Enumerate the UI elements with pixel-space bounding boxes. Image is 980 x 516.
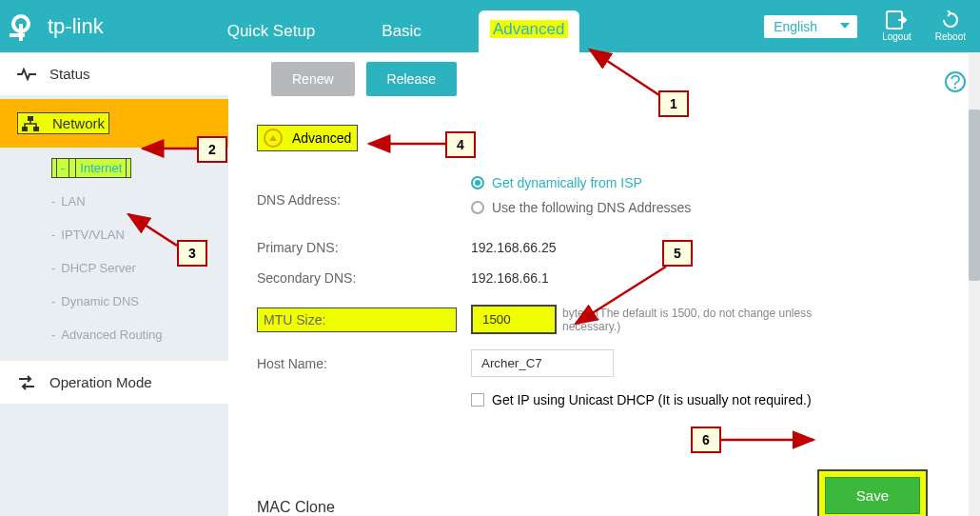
sidebar-item-routing[interactable]: -Advanced Routing <box>0 318 228 351</box>
svg-rect-5 <box>22 127 28 131</box>
svg-rect-2 <box>10 33 25 37</box>
mtu-label: MTU Size: <box>257 308 457 332</box>
primary-dns-label: Primary DNS: <box>257 240 471 255</box>
sidebar-item-ddns[interactable]: -Dynamic DNS <box>0 285 228 318</box>
dns-option-isp[interactable]: Get dynamically from ISP <box>471 175 691 190</box>
annotation-1: 1 <box>658 90 689 117</box>
help-icon[interactable]: ? <box>945 71 966 92</box>
header: tp-link Quick Setup Basic Advanced Engli… <box>0 0 980 52</box>
svg-rect-1 <box>19 24 23 41</box>
renew-button[interactable]: Renew <box>271 62 355 96</box>
logo: tp-link <box>10 10 104 43</box>
svg-rect-6 <box>33 127 39 131</box>
mtu-note: bytes. (The default is 1500, do not chan… <box>562 307 848 333</box>
button-row: Renew Release <box>271 62 951 96</box>
annotation-3: 3 <box>177 240 207 267</box>
annotation-6: 6 <box>691 427 721 453</box>
language-select[interactable]: English <box>763 14 858 39</box>
release-button[interactable]: Release <box>366 62 457 96</box>
primary-dns-row: Primary DNS: 192.168.66.25 <box>257 240 951 255</box>
sidebar-status[interactable]: Status <box>0 52 228 95</box>
unicast-row[interactable]: Get IP using Unicast DHCP (It is usually… <box>471 392 951 407</box>
save-wrap: Save <box>817 469 928 516</box>
logout-button[interactable]: Logout <box>882 10 911 42</box>
mtu-input[interactable] <box>472 306 556 333</box>
tab-advanced[interactable]: Advanced <box>479 10 579 52</box>
reboot-button[interactable]: Reboot <box>935 10 966 42</box>
hostname-input[interactable] <box>471 349 614 377</box>
dns-option-manual[interactable]: Use the following DNS Addresses <box>471 200 691 215</box>
primary-dns-value: 192.168.66.25 <box>471 240 557 255</box>
hostname-row: Host Name: <box>257 349 951 377</box>
header-right: English Logout Reboot <box>763 10 966 42</box>
mac-clone-heading: MAC Clone <box>257 499 335 516</box>
brand-text: tp-link <box>48 14 104 39</box>
logout-icon <box>886 10 907 30</box>
checkbox-icon <box>471 393 484 407</box>
logo-icon <box>10 10 42 43</box>
sidebar-network[interactable]: Network <box>0 99 228 148</box>
hostname-label: Host Name: <box>257 356 471 371</box>
mtu-row: MTU Size: bytes. (The default is 1500, d… <box>257 305 951 334</box>
radio-icon <box>471 176 484 189</box>
sidebar-operation-mode[interactable]: Operation Mode <box>0 361 228 404</box>
content: ? Renew Release Advanced DNS Address: Ge… <box>228 52 980 516</box>
tab-quick-setup[interactable]: Quick Setup <box>218 14 325 52</box>
status-icon <box>17 68 36 81</box>
reboot-icon <box>940 10 961 30</box>
network-icon <box>22 116 39 131</box>
sidebar-item-internet[interactable]: -Internet <box>0 151 228 185</box>
sidebar: Status Network -Internet -LAN -IPTV/VLAN… <box>0 52 228 516</box>
secondary-dns-row: Secondary DNS: 192.168.66.1 <box>257 270 951 286</box>
nav-tabs: Quick Setup Basic Advanced <box>218 0 579 52</box>
secondary-dns-label: Secondary DNS: <box>257 270 471 286</box>
body: Status Network -Internet -LAN -IPTV/VLAN… <box>0 52 980 516</box>
advanced-toggle[interactable]: Advanced <box>257 125 358 151</box>
annotation-4: 4 <box>445 131 476 158</box>
secondary-dns-value: 192.168.66.1 <box>471 270 549 286</box>
scrollbar-thumb[interactable] <box>969 109 980 281</box>
unicast-label: Get IP using Unicast DHCP (It is usually… <box>492 392 812 407</box>
radio-icon <box>471 201 484 214</box>
annotation-5: 5 <box>662 240 693 267</box>
operation-mode-icon <box>17 375 36 390</box>
dns-address-label: DNS Address: <box>257 192 471 208</box>
dns-address-row: DNS Address: Get dynamically from ISP Us… <box>257 175 951 225</box>
sidebar-item-lan[interactable]: -LAN <box>0 185 228 218</box>
tab-basic[interactable]: Basic <box>372 14 431 52</box>
svg-rect-4 <box>28 116 33 121</box>
chevron-up-icon <box>264 129 283 148</box>
annotation-2: 2 <box>197 136 227 163</box>
save-button[interactable]: Save <box>825 477 920 514</box>
